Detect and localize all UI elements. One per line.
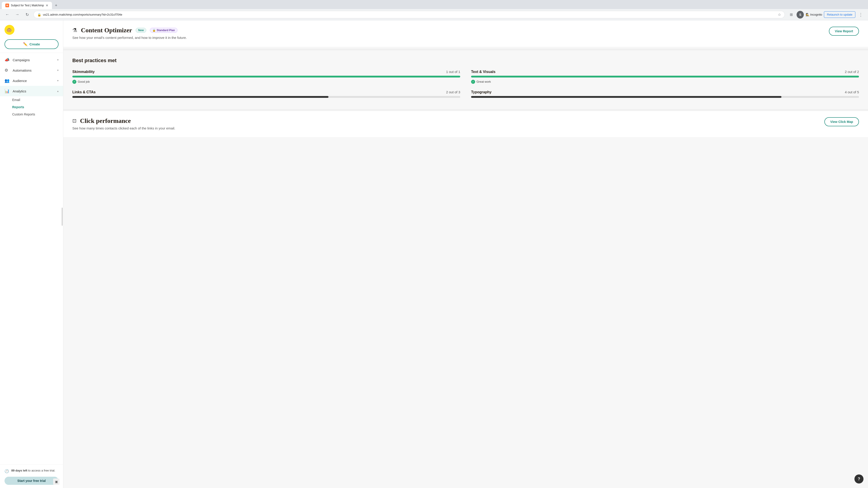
relaunch-button[interactable]: Relaunch to update: [824, 11, 855, 18]
content-optimizer-left: ⚗ Content Optimizer New 🔒 Standard Plan …: [72, 27, 187, 40]
tab-title: Subject for Test | Mailchimp: [11, 4, 44, 7]
sidebar-item-automations[interactable]: ⚙ Automations ▾: [0, 65, 63, 75]
practices-grid: Skimmability 1 out of 1 ✓ Good job: [72, 70, 859, 100]
trial-days: 89 days left: [11, 469, 27, 472]
section-divider-1: [63, 48, 868, 51]
user-avatar: S: [797, 11, 804, 19]
practice-typography-header: Typography 4 out of 5: [471, 90, 859, 94]
campaigns-label: Campaigns: [13, 58, 54, 62]
skimmability-status: ✓ Good job: [72, 80, 460, 84]
analytics-icon: 📊: [4, 89, 9, 94]
content-optimizer-section: ⚗ Content Optimizer New 🔒 Standard Plan …: [63, 20, 868, 47]
text-visuals-check-icon: ✓: [471, 80, 475, 84]
collapse-icon: ▣: [55, 480, 58, 484]
automations-icon: ⚙: [4, 68, 9, 73]
text-visuals-progress-bar: [471, 76, 859, 77]
pencil-icon: ✏️: [23, 42, 28, 46]
content-inner: ⚗ Content Optimizer New 🔒 Standard Plan …: [63, 20, 868, 137]
campaigns-icon: 📣: [4, 57, 9, 62]
analytics-chevron-icon: ▴: [57, 90, 59, 93]
content-optimizer-icon: ⚗: [72, 27, 77, 33]
app-container: 🐵 ✏️ Create 📣 Campaigns ▾ ⚙ Automations …: [0, 20, 868, 488]
browser-chrome: M Subject for Test | Mailchimp ✕ + ← → ↻…: [0, 0, 868, 20]
practice-skimmability-header: Skimmability 1 out of 1: [72, 70, 460, 74]
incognito-indicator: 🕵 Incognito: [806, 13, 822, 16]
profile-icon[interactable]: S: [797, 11, 804, 18]
email-subitem-label: Email: [12, 98, 20, 102]
lock-icon: 🔒: [37, 13, 41, 17]
menu-icon[interactable]: ⋮: [857, 11, 864, 18]
tab-bar: M Subject for Test | Mailchimp ✕ +: [0, 0, 868, 9]
skimmability-check-icon: ✓: [72, 80, 76, 84]
start-trial-button[interactable]: Start your free trial: [4, 477, 59, 485]
skimmability-progress-bar: [72, 76, 460, 77]
incognito-label: Incognito: [810, 13, 822, 16]
links-ctas-progress-bar: [72, 96, 329, 98]
plan-badge: 🔒 Standard Plan: [150, 28, 178, 33]
campaigns-chevron-icon: ▾: [57, 58, 59, 61]
help-button[interactable]: ?: [855, 475, 864, 484]
plan-badge-label: Standard Plan: [157, 29, 175, 32]
bookmark-icon[interactable]: ☆: [778, 12, 781, 17]
new-tab-button[interactable]: +: [53, 2, 59, 8]
sidebar-item-audience[interactable]: 👥 Audience ▾: [0, 75, 63, 86]
trial-message-rest: to access a free trial.: [27, 469, 55, 472]
text-visuals-status: ✓ Great work: [471, 80, 859, 84]
sidebar-top: 🐵 ✏️ Create: [0, 20, 63, 53]
practice-links-ctas-header: Links & CTAs 2 out of 3: [72, 90, 460, 94]
svg-text:🐵: 🐵: [6, 27, 12, 33]
sidebar-item-campaigns[interactable]: 📣 Campaigns ▾: [0, 55, 63, 65]
click-performance-left: ⊡ Click performance See how many times c…: [72, 117, 175, 131]
main-content: ⚗ Content Optimizer New 🔒 Standard Plan …: [63, 20, 868, 488]
content-optimizer-description: See how your email's content performed, …: [72, 35, 187, 40]
click-performance-header: ⊡ Click performance See how many times c…: [72, 117, 859, 131]
click-performance-description: See how many times contacts clicked each…: [72, 126, 175, 131]
sidebar-scrollbar: [62, 207, 63, 226]
practice-text-visuals-name: Text & Visuals: [471, 70, 495, 74]
section-title-row: ⚗ Content Optimizer New 🔒 Standard Plan: [72, 27, 187, 34]
sidebar-item-analytics[interactable]: 📊 Analytics ▴: [0, 86, 63, 96]
best-practices-section: Best practices met Skimmability 1 out of…: [63, 51, 868, 109]
active-tab[interactable]: M Subject for Test | Mailchimp ✕: [2, 2, 52, 9]
skimmability-progress-container: [72, 76, 460, 77]
trial-notice-text: 89 days left to access a free trial.: [11, 468, 55, 473]
address-bar[interactable]: 🔒 us21.admin.mailchimp.com/reports/summa…: [33, 11, 785, 18]
sidebar-collapse-button[interactable]: ▣: [53, 479, 59, 485]
analytics-subitems: Email Reports Custom Reports: [0, 96, 63, 118]
trial-notice: 🕐 89 days left to access a free trial.: [4, 468, 59, 474]
practice-text-visuals: Text & Visuals 2 out of 2 ✓ Great work: [471, 70, 859, 84]
click-performance-title: Click performance: [80, 117, 131, 125]
section-divider-2: [63, 109, 868, 111]
sidebar-subitem-email[interactable]: Email: [12, 96, 63, 103]
automations-chevron-icon: ▾: [57, 69, 59, 72]
nav-actions: ⊞ S 🕵 Incognito Relaunch to update ⋮: [787, 11, 864, 18]
custom-reports-subitem-label: Custom Reports: [12, 112, 35, 116]
sidebar-subitem-custom-reports[interactable]: Custom Reports: [12, 111, 63, 118]
refresh-button[interactable]: ↻: [24, 11, 31, 18]
skimmability-status-label: Good job: [78, 80, 90, 84]
lock-plan-icon: 🔒: [152, 29, 156, 32]
mailchimp-logo: 🐵: [4, 25, 14, 35]
back-button[interactable]: ←: [4, 11, 11, 18]
view-click-map-button[interactable]: View Click Map: [825, 117, 859, 126]
practice-typography: Typography 4 out of 5: [471, 90, 859, 100]
view-report-button[interactable]: View Report: [829, 27, 859, 36]
text-visuals-status-label: Great work: [476, 80, 491, 84]
tab-close-icon[interactable]: ✕: [46, 4, 49, 7]
practice-links-ctas-score: 2 out of 3: [446, 90, 460, 94]
create-label: Create: [29, 42, 40, 46]
audience-chevron-icon: ▾: [57, 79, 59, 82]
practice-typography-score: 4 out of 5: [845, 90, 859, 94]
practice-typography-name: Typography: [471, 90, 491, 94]
typography-progress-bar: [471, 96, 781, 98]
practice-text-visuals-header: Text & Visuals 2 out of 2: [471, 70, 859, 74]
text-visuals-progress-container: [471, 76, 859, 77]
extensions-icon[interactable]: ⊞: [787, 11, 795, 18]
content-optimizer-title: Content Optimizer: [81, 27, 132, 34]
sidebar-subitem-reports[interactable]: Reports: [12, 103, 63, 111]
forward-button[interactable]: →: [13, 11, 21, 18]
incognito-icon: 🕵: [806, 13, 809, 16]
create-button[interactable]: ✏️ Create: [4, 39, 59, 49]
new-badge: New: [135, 28, 146, 33]
practice-text-visuals-score: 2 out of 2: [845, 70, 859, 74]
